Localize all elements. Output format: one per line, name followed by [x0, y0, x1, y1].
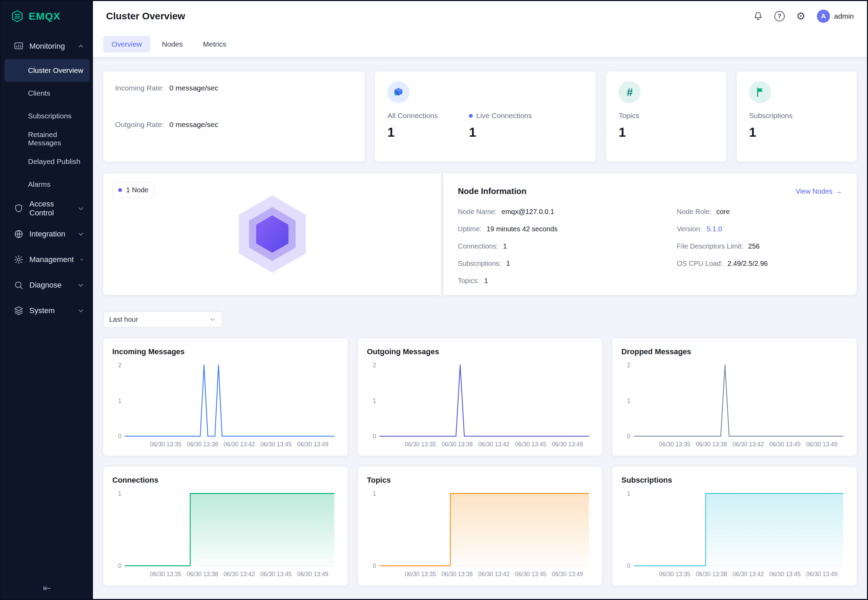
svg-text:06/30 13:49: 06/30 13:49 [806, 441, 837, 448]
connections-chart-card: Connections 0106/30 13:3506/30 13:3806/3… [103, 467, 348, 585]
settings-gear-icon[interactable]: ⚙ [795, 11, 807, 22]
outgoing-rate-label: Outgoing Rate: [115, 120, 164, 129]
sidebar-item-label: Subscriptions [28, 112, 71, 120]
sidebar-group-label: System [29, 306, 71, 315]
svg-text:06/30 13:49: 06/30 13:49 [297, 571, 328, 578]
live-dot-icon [469, 114, 473, 118]
all-connections-label: All Connections [388, 112, 438, 120]
svg-text:06/30 13:38: 06/30 13:38 [696, 441, 727, 448]
svg-text:06/30 13:45: 06/30 13:45 [515, 571, 546, 578]
sidebar-item-alarms[interactable]: Alarms [5, 173, 90, 196]
tab-bar: Overview Nodes Metrics [93, 32, 867, 57]
svg-text:06/30 13:42: 06/30 13:42 [733, 441, 764, 448]
emqx-logo[interactable]: EMQX [1, 1, 93, 32]
view-nodes-link[interactable]: View Nodes → [796, 188, 842, 195]
svg-text:06/30 13:35: 06/30 13:35 [150, 571, 181, 578]
filter-row: Last hour [103, 311, 857, 327]
sidebar-group-management[interactable]: Management [1, 247, 93, 273]
sidebar-group-access-control[interactable]: Access Control [1, 196, 93, 221]
layers-icon [14, 306, 24, 316]
topics-chart-card: Topics 0106/30 13:3506/30 13:3806/30 13:… [358, 467, 602, 585]
subscriptions-stat: Subscriptions 1 [749, 112, 844, 140]
topics-chart: 0106/30 13:3506/30 13:3806/30 13:4206/30… [367, 487, 593, 581]
chart-title: Connections [112, 476, 339, 485]
sidebar-item-clients[interactable]: Clients [5, 82, 90, 105]
sidebar-item-label: Alarms [28, 180, 50, 188]
outgoing-rate: Outgoing Rate: 0 message/sec [115, 120, 353, 129]
topics-stat: Topics 1 [619, 112, 713, 140]
bell-icon[interactable] [752, 11, 764, 22]
sidebar-group-monitoring[interactable]: Monitoring [1, 33, 93, 59]
node-fields-left: Node Name:emqx@127.0.0.1 Uptime:19 minut… [458, 208, 677, 285]
sidebar-group-integration[interactable]: Integration [1, 221, 93, 247]
topics-card: # Topics 1 [606, 71, 726, 162]
time-range-value: Last hour [109, 315, 138, 323]
dropped-messages-chart-card: Dropped Messages 01206/30 13:3506/30 13:… [612, 338, 857, 456]
incoming-rate-value: 0 message/sec [169, 84, 218, 92]
username: admin [834, 12, 854, 20]
brand-name: EMQX [29, 11, 61, 22]
outgoing-rate-value: 0 message/sec [169, 120, 218, 129]
connections-count-value: 1 [503, 242, 507, 250]
svg-text:06/30 13:42: 06/30 13:42 [223, 441, 255, 448]
svg-text:06/30 13:38: 06/30 13:38 [187, 571, 218, 578]
arrow-right-icon: → [835, 188, 842, 195]
incoming-rate: Incoming Rate: 0 message/sec [115, 84, 353, 92]
node-role-value: core [716, 208, 730, 216]
svg-text:06/30 13:49: 06/30 13:49 [552, 571, 583, 578]
sidebar-group-system[interactable]: System [1, 298, 93, 323]
subscriptions-label: Subscriptions [749, 112, 793, 120]
svg-text:06/30 13:42: 06/30 13:42 [478, 571, 509, 578]
svg-text:06/30 13:45: 06/30 13:45 [769, 571, 801, 578]
topics-label: Topics [619, 112, 639, 120]
svg-text:06/30 13:45: 06/30 13:45 [769, 441, 801, 448]
topics-hash-icon: # [619, 81, 641, 103]
user-menu[interactable]: A admin [817, 10, 854, 23]
topbar: Cluster Overview ? ⚙ A [93, 1, 867, 57]
page-title: Cluster Overview [106, 11, 185, 22]
node-info-title: Node Information [458, 186, 527, 196]
sidebar-item-cluster-overview[interactable]: Cluster Overview [5, 59, 90, 82]
collapse-sidebar-icon: ⇤ [43, 582, 51, 594]
svg-text:1: 1 [627, 490, 631, 497]
gear-icon [14, 255, 24, 265]
sidebar-item-retained-messages[interactable]: Retained Messages [5, 127, 90, 150]
message-rate-card: Incoming Rate: 0 message/sec Outgoing Ra… [103, 71, 365, 162]
node-name-value: emqx@127.0.0.1 [502, 208, 554, 216]
svg-text:06/30 13:42: 06/30 13:42 [478, 441, 509, 448]
tab-metrics[interactable]: Metrics [195, 36, 235, 53]
chart-title: Topics [367, 476, 593, 485]
svg-text:0: 0 [627, 433, 631, 440]
sidebar-group-label: Management [29, 255, 74, 264]
sidebar-item-subscriptions[interactable]: Subscriptions [5, 105, 90, 127]
sidebar-item-delayed-publish[interactable]: Delayed Publish [5, 150, 90, 173]
svg-text:06/30 13:38: 06/30 13:38 [696, 571, 727, 578]
time-range-select[interactable]: Last hour [103, 311, 222, 327]
svg-text:06/30 13:38: 06/30 13:38 [441, 441, 473, 448]
sidebar-group-label: Access Control [29, 200, 71, 218]
subscriptions-value: 1 [749, 125, 793, 140]
chart-title: Outgoing Messages [367, 347, 593, 356]
svg-text:06/30 13:49: 06/30 13:49 [552, 441, 583, 448]
sidebar-collapse-button[interactable]: ⇤ [1, 577, 93, 599]
svg-text:06/30 13:35: 06/30 13:35 [659, 571, 691, 578]
sidebar-group-diagnose[interactable]: Diagnose [1, 273, 93, 298]
svg-text:06/30 13:42: 06/30 13:42 [733, 571, 764, 578]
chevron-up-icon [77, 42, 85, 50]
tab-overview[interactable]: Overview [103, 36, 150, 53]
version-link[interactable]: 5.1.0 [707, 225, 722, 233]
outgoing-messages-chart: 01206/30 13:3506/30 13:3806/30 13:4206/3… [367, 358, 593, 451]
fd-limit-value: 256 [748, 242, 760, 250]
sidebar-item-label: Cluster Overview [28, 66, 83, 74]
svg-text:06/30 13:35: 06/30 13:35 [150, 441, 181, 448]
node-hexagon-illustration [231, 192, 314, 276]
chevron-down-icon [77, 307, 85, 315]
tab-nodes[interactable]: Nodes [154, 36, 192, 53]
help-icon[interactable]: ? [774, 11, 785, 22]
connections-stats: All Connections 1 Live Connections 1 [388, 112, 583, 140]
svg-text:06/30 13:35: 06/30 13:35 [659, 441, 691, 448]
shield-icon [14, 203, 24, 214]
sidebar-nav: Monitoring Cluster Overview Clients Subs… [1, 32, 93, 577]
uptime-value: 19 minutes 42 seconds [486, 225, 558, 233]
svg-text:1: 1 [372, 490, 376, 497]
